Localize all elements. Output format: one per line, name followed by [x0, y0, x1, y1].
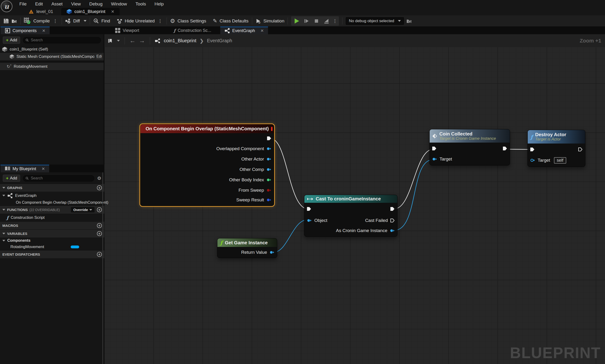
my-blueprint-search-input[interactable]: [31, 176, 92, 180]
components-add-button[interactable]: + Add: [3, 37, 20, 44]
event-graph-canvas[interactable]: ← → coin1_Blueprint ❯ EventGraph Zoom +1…: [104, 34, 605, 364]
edit-link[interactable]: Edi: [96, 54, 102, 59]
tab-components[interactable]: Components ✕: [0, 27, 50, 34]
panel-settings-gear-icon[interactable]: ⚙: [97, 175, 101, 181]
overlap-event-row[interactable]: On Component Begin Overlap (StaticMeshCo…: [0, 199, 104, 206]
functions-section-header[interactable]: FUNCTIONS (22 OVERRIDABLE) Override +: [0, 206, 104, 214]
menu-file[interactable]: File: [16, 0, 30, 8]
bool-pin[interactable]: [266, 188, 272, 192]
object-pin-unconnected[interactable]: [530, 158, 535, 162]
class-defaults-button[interactable]: ✎ Class Defaults: [210, 15, 252, 26]
find-button[interactable]: ⊕ Find: [90, 15, 113, 26]
class-settings-button[interactable]: ⚙ Class Settings: [167, 15, 210, 26]
tab-close-icon[interactable]: ✕: [111, 9, 114, 14]
exec-out-pin[interactable]: [390, 207, 395, 211]
exec-in-pin[interactable]: [530, 147, 535, 152]
int-pin[interactable]: [266, 178, 272, 182]
add-function-icon[interactable]: +: [97, 207, 102, 212]
play-button[interactable]: [292, 17, 301, 25]
menu-view[interactable]: View: [68, 0, 84, 8]
object-pin[interactable]: [269, 250, 275, 254]
override-dropdown[interactable]: Override: [71, 207, 95, 212]
object-pin[interactable]: [307, 219, 312, 222]
exec-in-pin[interactable]: [432, 146, 437, 151]
node-get-game-instance[interactable]: ƒ Get Game Instance Return Value: [217, 238, 277, 258]
graphs-section-header[interactable]: GRAPHS +: [0, 184, 104, 192]
event-enabled-indicator[interactable]: [271, 127, 273, 131]
object-pin[interactable]: [266, 157, 272, 161]
menu-debug[interactable]: Debug: [86, 0, 106, 8]
object-pin[interactable]: [390, 229, 395, 233]
panel-scrollbar[interactable]: [102, 172, 103, 364]
my-blueprint-add-button[interactable]: + Add: [3, 175, 20, 182]
tab-level01[interactable]: level_01: [23, 8, 58, 15]
eject-button[interactable]: [322, 17, 331, 25]
pin-label: Return Value: [241, 250, 267, 255]
menu-window[interactable]: Window: [108, 0, 130, 8]
static-mesh-row[interactable]: Static Mesh Component (StaticMeshCompone…: [0, 53, 104, 60]
stop-button[interactable]: [312, 17, 321, 25]
exec-out-pin-unconnected[interactable]: [390, 218, 395, 223]
components-self-row[interactable]: coin1_Blueprint (Self): [0, 46, 104, 53]
eventgraph-row[interactable]: EventGraph: [0, 192, 104, 199]
debug-browse-icon[interactable]: [406, 18, 412, 24]
menu-edit[interactable]: Edit: [32, 0, 46, 8]
node-on-component-begin-overlap[interactable]: On Component Begin Overlap (StaticMeshCo…: [140, 124, 274, 206]
collapse-arrow-icon[interactable]: [2, 209, 5, 210]
tab-viewport[interactable]: Viewport: [110, 27, 143, 34]
menu-asset[interactable]: Asset: [48, 0, 66, 8]
collapse-arrow-icon[interactable]: [2, 233, 5, 234]
components-search-input[interactable]: [31, 38, 98, 42]
add-variable-icon[interactable]: +: [97, 231, 102, 236]
tab-my-blueprint[interactable]: My Blueprint ✕: [0, 165, 49, 172]
construction-script-row[interactable]: ƒ Construction Script: [0, 214, 104, 221]
compile-options-icon[interactable]: ⋮: [52, 18, 58, 24]
dispatchers-section-header[interactable]: EVENT DISPATCHERS +: [0, 250, 104, 258]
add-graph-icon[interactable]: +: [97, 185, 102, 190]
diff-button[interactable]: Diff: [62, 15, 90, 26]
target-self-input[interactable]: self: [554, 157, 566, 164]
hide-unrelated-options-icon[interactable]: ⋮: [157, 18, 163, 24]
rotating-variable-row[interactable]: RotatingMovement: [0, 244, 104, 250]
play-options-icon[interactable]: ⋮: [332, 18, 338, 24]
tab-construction-script[interactable]: ƒ Construction Sc...: [169, 27, 216, 34]
object-pin[interactable]: [266, 168, 272, 171]
macros-section-header[interactable]: MACROS +: [0, 221, 104, 229]
save-icon[interactable]: [3, 18, 9, 24]
menu-help[interactable]: Help: [151, 0, 167, 8]
exec-out-pin-unconnected[interactable]: [578, 147, 583, 152]
object-pin[interactable]: [266, 147, 272, 151]
add-macro-icon[interactable]: +: [97, 223, 102, 228]
browse-content-icon[interactable]: [11, 18, 17, 24]
components-category-row[interactable]: Components: [0, 237, 104, 244]
my-blueprint-close-icon[interactable]: ✕: [41, 166, 45, 171]
node-coin-collected[interactable]: Coin Collected Target is Cronin Game Ins…: [429, 129, 510, 166]
collapse-arrow-icon[interactable]: [2, 187, 5, 189]
exec-in-pin[interactable]: [307, 207, 312, 211]
struct-pin[interactable]: [266, 198, 272, 202]
frame-skip-button[interactable]: [302, 17, 311, 25]
my-blueprint-tab-bar: My Blueprint ✕: [0, 165, 104, 172]
my-blueprint-search[interactable]: [23, 175, 94, 182]
eventgraph-close-icon[interactable]: ✕: [261, 28, 264, 33]
tab-eventgraph[interactable]: EventGraph ✕: [220, 27, 268, 34]
exec-out-pin[interactable]: [267, 136, 272, 141]
variables-section-header[interactable]: VARIABLES +: [0, 229, 104, 237]
node-cast-to-croningameinstance[interactable]: Cast To croninGameInstance Object Cast F…: [304, 195, 398, 237]
object-pin[interactable]: [432, 157, 437, 161]
tab-coin1-blueprint[interactable]: coin1_Blueprint ✕: [61, 8, 120, 15]
variable-type-pill[interactable]: [71, 246, 79, 248]
components-search[interactable]: [23, 37, 101, 43]
debug-object-dropdown[interactable]: No debug object selected: [346, 17, 404, 25]
add-dispatcher-icon[interactable]: +: [97, 252, 102, 257]
hide-unrelated-button[interactable]: Hide Unrelated ⋮: [113, 15, 167, 26]
collapse-arrow-icon[interactable]: [2, 240, 5, 242]
rotating-movement-row[interactable]: ↻˚ RotatingMovement: [0, 63, 104, 70]
components-close-icon[interactable]: ✕: [42, 28, 45, 33]
simulation-button[interactable]: ⚙ Simulation: [252, 15, 288, 26]
collapse-arrow-icon[interactable]: [2, 195, 5, 196]
exec-out-pin[interactable]: [503, 146, 507, 151]
menu-tools[interactable]: Tools: [132, 0, 149, 8]
node-destroy-actor[interactable]: ƒ Destroy Actor Target is Actor Target s…: [527, 130, 585, 167]
compile-button[interactable]: ✓ Compile ⋮: [21, 15, 62, 26]
